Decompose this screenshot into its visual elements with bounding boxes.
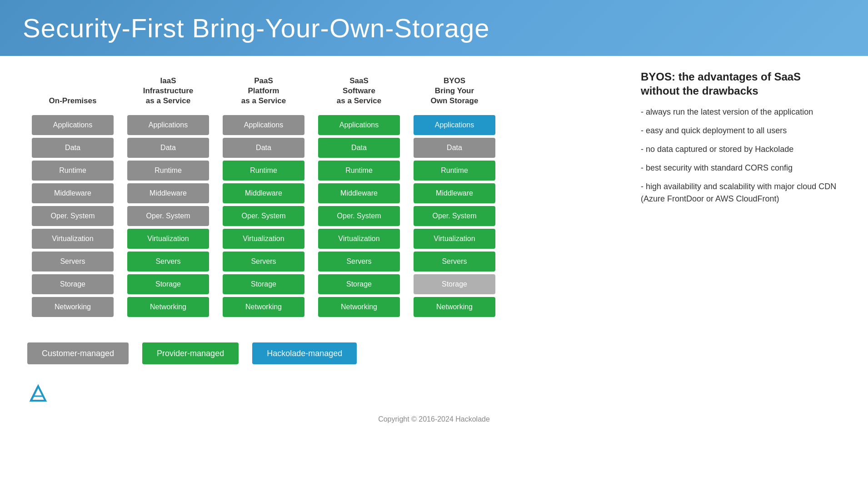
cell-on-premises-8: Networking [32,297,114,317]
main-content: On-PremisesApplicationsDataRuntimeMiddle… [0,70,868,320]
legend-item-2: Hackolade-managed [252,342,357,364]
cell-byos-3: Middleware [414,183,495,203]
page-header: Security-First Bring-Your-Own-Storage [0,0,868,56]
column-saas: SaaSSoftwareas a ServiceApplicationsData… [314,70,404,320]
cell-iaas-1: Data [127,138,209,158]
cell-byos-4: Oper. System [414,206,495,226]
logo-area [0,378,868,411]
cell-saas-4: Oper. System [318,206,400,226]
column-header-saas: SaaSSoftwareas a Service [337,70,381,106]
cell-saas-6: Servers [318,252,400,272]
hackolade-logo-icon [27,382,49,404]
cell-paas-4: Oper. System [223,206,304,226]
cell-paas-8: Networking [223,297,304,317]
columns-area: On-PremisesApplicationsDataRuntimeMiddle… [27,70,618,320]
right-panel: BYOS: the advantages of SaaS without the… [632,70,841,320]
bottom-area: Copyright © 2016-2024 Hackolade [0,378,868,433]
right-panel-point-0: - always run the latest version of the a… [641,106,841,118]
column-header-on-premises: On-Premises [49,70,97,106]
cell-saas-0: Applications [318,115,400,135]
right-panel-point-1: - easy and quick deployment to all users [641,125,841,137]
column-paas: PaaSPlatformas a ServiceApplicationsData… [218,70,309,320]
column-header-iaas: IaaSInfrastructureas a Service [143,70,194,106]
cell-saas-2: Runtime [318,161,400,181]
cell-paas-1: Data [223,138,304,158]
legend-item-0: Customer-managed [27,342,129,364]
cell-byos-5: Virtualization [414,229,495,249]
cell-iaas-3: Middleware [127,183,209,203]
cell-iaas-7: Storage [127,274,209,294]
cell-on-premises-0: Applications [32,115,114,135]
copyright-text: Copyright © 2016-2024 Hackolade [378,415,490,423]
cell-paas-3: Middleware [223,183,304,203]
cell-paas-7: Storage [223,274,304,294]
cell-byos-8: Networking [414,297,495,317]
cell-byos-7: Storage [414,274,495,294]
cell-paas-6: Servers [223,252,304,272]
legend-area: Customer-managedProvider-managedHackolad… [0,329,868,378]
cell-on-premises-4: Oper. System [32,206,114,226]
cell-saas-5: Virtualization [318,229,400,249]
page-title: Security-First Bring-Your-Own-Storage [23,13,845,43]
cell-paas-2: Runtime [223,161,304,181]
column-on-premises: On-PremisesApplicationsDataRuntimeMiddle… [27,70,118,320]
cell-on-premises-6: Servers [32,252,114,272]
cell-iaas-6: Servers [127,252,209,272]
cell-on-premises-5: Virtualization [32,229,114,249]
cell-iaas-4: Oper. System [127,206,209,226]
right-panel-point-3: - best security with standard CORS confi… [641,162,841,174]
cell-paas-5: Virtualization [223,229,304,249]
right-panel-point-4: - high availability and scalability with… [641,181,841,205]
svg-marker-1 [31,386,45,401]
cell-iaas-2: Runtime [127,161,209,181]
cell-paas-0: Applications [223,115,304,135]
cell-byos-6: Servers [414,252,495,272]
right-panel-title: BYOS: the advantages of SaaS without the… [641,70,841,98]
svg-line-2 [31,386,38,401]
cell-saas-1: Data [318,138,400,158]
cell-saas-8: Networking [318,297,400,317]
cell-on-premises-7: Storage [32,274,114,294]
cell-byos-0: Applications [414,115,495,135]
legend-item-1: Provider-managed [142,342,239,364]
cell-on-premises-1: Data [32,138,114,158]
right-panel-point-2: - no data captured or stored by Hackolad… [641,143,841,156]
column-iaas: IaaSInfrastructureas a ServiceApplicatio… [123,70,214,320]
cell-saas-3: Middleware [318,183,400,203]
cell-on-premises-2: Runtime [32,161,114,181]
column-header-paas: PaaSPlatformas a Service [241,70,286,106]
cell-iaas-0: Applications [127,115,209,135]
cell-saas-7: Storage [318,274,400,294]
column-header-byos: BYOSBring YourOwn Storage [431,70,479,106]
cell-iaas-5: Virtualization [127,229,209,249]
cell-iaas-8: Networking [127,297,209,317]
cell-byos-1: Data [414,138,495,158]
cell-byos-2: Runtime [414,161,495,181]
footer: Copyright © 2016-2024 Hackolade [0,411,868,433]
column-byos: BYOSBring YourOwn StorageApplicationsDat… [409,70,500,320]
cell-on-premises-3: Middleware [32,183,114,203]
